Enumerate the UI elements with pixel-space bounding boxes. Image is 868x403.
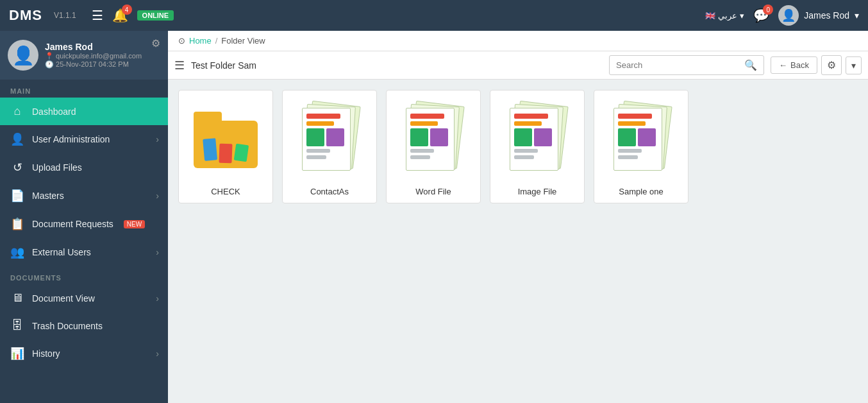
folder-header: ☰ Test Folder Sam 🔍 ← Back ⚙ ▾ (168, 51, 868, 80)
home-icon: ⌂ (10, 105, 24, 118)
profile-settings-icon[interactable]: ⚙ (151, 37, 160, 49)
sidebar-item-label: History (32, 348, 60, 359)
sidebar-item-user-administration[interactable]: 👤 User Administration › (0, 125, 168, 153)
messages-button[interactable]: 💬 0 (753, 8, 769, 23)
sidebar-item-label: Document View (32, 293, 95, 304)
sidebar-item-label: Masters (32, 191, 64, 201)
language-selector[interactable]: 🇬🇧 عربي ▾ (705, 11, 744, 21)
upload-icon: ↺ (10, 160, 24, 175)
sidebar-item-label: Dashboard (32, 107, 76, 117)
file-name: Image File (518, 187, 557, 196)
file-name: ContactAs (310, 187, 349, 196)
profile-email: 📍 quickpulse.info@gmail.com (45, 52, 160, 60)
avatar: 👤 (778, 5, 799, 26)
notifications-badge: 4 (122, 4, 132, 15)
users-icon: 👤 (10, 132, 24, 146)
folder-menu-icon[interactable]: ☰ (174, 58, 185, 73)
folder-actions: ← Back ⚙ ▾ (771, 55, 862, 75)
sidebar-item-trash-documents[interactable]: 🗄 Trash Documents (0, 312, 168, 339)
new-badge: NEW (124, 220, 145, 228)
chevron-right-icon: › (156, 191, 159, 201)
folder-settings-button[interactable]: ⚙ (821, 55, 842, 75)
back-icon: ← (779, 60, 787, 70)
clock-icon: 🕐 (45, 60, 54, 68)
file-card-image-file[interactable]: Image File (490, 90, 585, 203)
sidebar-avatar: 👤 (8, 40, 38, 71)
sidebar-item-history[interactable]: 📊 History › (0, 339, 168, 368)
sidebar-item-label: Document Requests (32, 219, 113, 229)
user-name: James Rod (804, 10, 849, 21)
back-button[interactable]: ← Back (771, 56, 817, 74)
folder-dropdown-button[interactable]: ▾ (846, 56, 862, 74)
file-name: Sample one (619, 187, 663, 196)
content-area: ⊙ Home / Folder View ☰ Test Folder Sam 🔍… (168, 31, 868, 403)
chevron-right-icon: › (156, 293, 159, 304)
sidebar-item-dashboard[interactable]: ⌂ Dashboard (0, 98, 168, 125)
breadcrumb-separator: / (215, 36, 218, 46)
sidebar-item-upload-files[interactable]: ↺ Upload Files (0, 153, 168, 182)
online-status: ONLINE (137, 10, 174, 21)
folder-icon (190, 98, 261, 182)
document-icon (398, 98, 469, 182)
flag-icon: 🇬🇧 (705, 11, 715, 21)
document-icon (606, 98, 676, 182)
documents-section-label: DOCUMENTS (0, 266, 168, 284)
chevron-right-icon: › (156, 348, 159, 359)
app-logo: DMS (9, 7, 42, 24)
document-icon (502, 98, 572, 182)
monitor-icon: 🖥 (10, 291, 24, 305)
sidebar-item-label: Trash Documents (32, 321, 103, 331)
sidebar-profile: 👤 James Rod 📍 quickpulse.info@gmail.com … (0, 31, 168, 80)
sidebar-item-masters[interactable]: 📄 Masters › (0, 182, 168, 210)
file-card-contactas[interactable]: ContactAs (282, 90, 377, 203)
app-version: V1.1.1 (54, 11, 76, 20)
sidebar-item-document-view[interactable]: 🖥 Document View › (0, 284, 168, 312)
profile-name: James Rod (45, 42, 160, 52)
search-bar[interactable]: 🔍 (609, 55, 764, 75)
messages-badge: 0 (763, 4, 773, 15)
lang-chevron-icon: ▾ (740, 11, 744, 21)
file-name: CHECK (211, 187, 240, 196)
breadcrumb-home[interactable]: Home (189, 36, 212, 46)
chevron-right-icon: › (156, 134, 159, 144)
topbar: DMS V1.1.1 ☰ 🔔 4 ONLINE 🇬🇧 عربي ▾ 💬 0 👤 … (0, 0, 868, 31)
external-users-icon: 👥 (10, 245, 24, 259)
folder-title: Test Folder Sam (191, 60, 603, 71)
hamburger-button[interactable]: ☰ (92, 8, 103, 23)
document-icon (294, 98, 365, 182)
doc-request-icon: 📋 (10, 217, 24, 231)
search-input[interactable] (610, 57, 738, 73)
user-menu[interactable]: 👤 James Rod ▾ (778, 5, 859, 26)
notifications-button[interactable]: 🔔 4 (112, 8, 128, 23)
sidebar: 👤 James Rod 📍 quickpulse.info@gmail.com … (0, 31, 168, 403)
file-name: Word File (415, 187, 451, 196)
search-button[interactable]: 🔍 (738, 56, 764, 74)
sidebar-item-label: User Administration (32, 134, 110, 144)
location-icon: 📍 (45, 52, 54, 60)
file-card-sample-one[interactable]: Sample one (594, 90, 689, 203)
main-section-label: MAIN (0, 80, 168, 98)
chevron-right-icon: › (156, 247, 159, 257)
file-icon: 📄 (10, 189, 24, 203)
trash-icon: 🗄 (10, 319, 24, 332)
sidebar-item-label: Upload Files (32, 162, 82, 173)
sidebar-item-document-requests[interactable]: 📋 Document Requests NEW (0, 210, 168, 238)
file-card-word-file[interactable]: Word File (386, 90, 481, 203)
profile-time: 🕐 25-Nov-2017 04:32 PM (45, 60, 160, 69)
breadcrumb-current: Folder View (221, 36, 265, 46)
history-icon: 📊 (10, 347, 24, 361)
breadcrumb: ⊙ Home / Folder View (168, 31, 868, 51)
sidebar-item-external-users[interactable]: 👥 External Users › (0, 238, 168, 266)
sidebar-item-label: External Users (32, 247, 91, 257)
files-grid: CHECK (168, 80, 868, 403)
user-dropdown-icon: ▾ (855, 10, 859, 21)
file-card-check[interactable]: CHECK (178, 90, 273, 203)
home-breadcrumb-icon: ⊙ (178, 36, 185, 46)
